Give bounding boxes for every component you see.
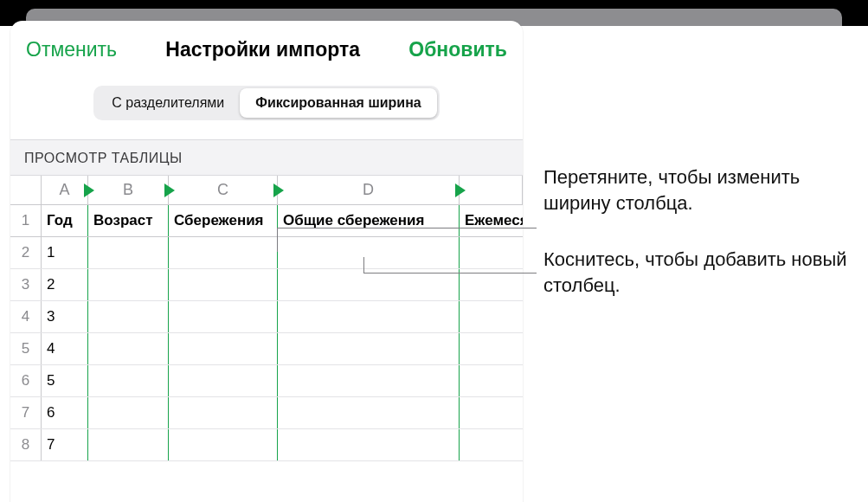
callout-leader [363,273,537,274]
col-header-extra[interactable] [460,176,523,204]
column-resize-handle-icon[interactable] [164,183,175,197]
import-settings-panel: Отменить Настройки импорта Обновить С ра… [10,21,523,502]
cell[interactable] [460,301,523,332]
cell[interactable] [169,333,278,364]
panel-header: Отменить Настройки импорта Обновить [10,21,523,77]
table-rows: 1 Год Возраст Сбережения Общие сбережени… [10,205,523,461]
cell[interactable]: 5 [42,365,88,396]
callout-drag: Перетяните, чтобы изменить ширину столбц… [543,164,864,216]
cell[interactable] [88,429,169,460]
callout-leader [277,228,278,252]
cell[interactable] [169,269,278,300]
cancel-button[interactable]: Отменить [26,38,117,61]
column-resize-handle-icon[interactable] [84,183,94,197]
row-number: 4 [10,301,42,332]
cell[interactable] [278,397,460,428]
cell[interactable]: Возраст [88,205,169,236]
update-button[interactable]: Обновить [408,38,507,61]
cell[interactable] [88,365,169,396]
cell[interactable] [169,365,278,396]
cell[interactable]: Сбережения [169,205,278,236]
row-number: 1 [10,205,42,236]
row-number: 7 [10,397,42,428]
cell[interactable] [88,397,169,428]
cell[interactable] [460,269,523,300]
cell[interactable] [278,429,460,460]
section-label: ПРОСМОТР ТАБЛИЦЫ [10,139,523,176]
cell[interactable]: 2 [42,269,88,300]
cell[interactable] [460,365,523,396]
table-row: 3 2 [10,269,523,301]
cell[interactable] [278,237,460,268]
table-row: 6 5 [10,365,523,397]
cell[interactable] [169,397,278,428]
cell[interactable]: Год [42,205,88,236]
table-preview: A B C D 1 Год Возраст Сбережения [10,176,523,461]
segmented-control: С разделителями Фиксированная ширина [93,86,439,120]
cell[interactable] [169,429,278,460]
table-row: 1 Год Возраст Сбережения Общие сбережени… [10,205,523,237]
cell[interactable] [88,333,169,364]
cell[interactable] [278,269,460,300]
cell[interactable] [278,365,460,396]
col-header-a[interactable]: A [42,176,88,204]
cell[interactable] [88,237,169,268]
cell[interactable] [278,333,460,364]
panel-title: Настройки импорта [165,38,360,61]
cell[interactable] [169,237,278,268]
seg-delimited[interactable]: С разделителями [96,88,240,118]
seg-fixed-width[interactable]: Фиксированная ширина [240,88,436,118]
table-row: 4 3 [10,301,523,333]
cell[interactable] [460,237,523,268]
table-row: 2 1 [10,237,523,269]
cell[interactable] [460,333,523,364]
cell[interactable]: 3 [42,301,88,332]
cell[interactable]: 6 [42,397,88,428]
corner-cell [10,176,42,204]
row-number: 5 [10,333,42,364]
column-resize-handle-icon[interactable] [455,183,466,197]
cell[interactable] [460,429,523,460]
table-row: 7 6 [10,397,523,429]
cell[interactable] [88,269,169,300]
callout-tap: Коснитесь, чтобы добавить новый столбец. [543,247,864,298]
cell[interactable] [169,301,278,332]
table-row: 8 7 [10,429,523,461]
cell[interactable]: Общие сбережения [278,205,460,236]
callout-leader [277,228,537,228]
cell[interactable] [278,301,460,332]
row-number: 2 [10,237,42,268]
column-resize-handle-icon[interactable] [273,183,284,197]
row-number: 3 [10,269,42,300]
col-header-c[interactable]: C [169,176,278,204]
segmented-control-wrap: С разделителями Фиксированная ширина [10,77,523,139]
cell[interactable]: 7 [42,429,88,460]
cell[interactable] [460,397,523,428]
table-row: 5 4 [10,333,523,365]
callout-leader [363,257,364,273]
cell[interactable]: 4 [42,333,88,364]
col-header-b[interactable]: B [88,176,169,204]
cell[interactable]: 1 [42,237,88,268]
cell[interactable] [88,301,169,332]
column-headers: A B C D [10,176,523,205]
cell[interactable]: Ежемеся [460,205,523,236]
row-number: 8 [10,429,42,460]
col-header-d[interactable]: D [278,176,460,204]
row-number: 6 [10,365,42,396]
